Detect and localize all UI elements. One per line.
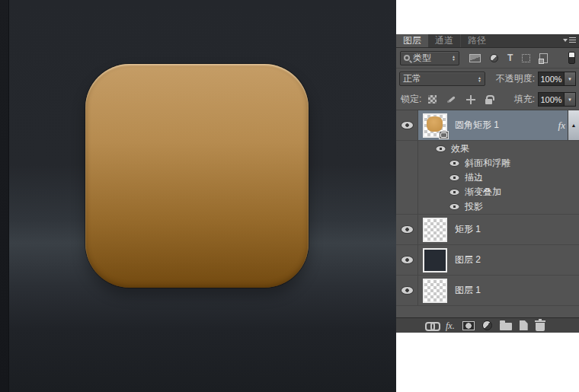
effects-block: 效果 斜面和浮雕 描边 [396,141,579,215]
lock-position-icon[interactable] [466,95,475,104]
filter-kind-icons: T [469,52,575,64]
visibility-cell [396,199,418,214]
filter-type-layers-icon[interactable]: T [507,54,513,62]
tab-channels[interactable]: 通道 [428,34,460,47]
layer-thumbnail[interactable] [423,248,447,272]
eye-icon[interactable] [401,257,413,263]
eye-icon[interactable] [437,145,446,151]
rounded-rectangle-shape[interactable] [85,64,309,288]
layer-row-rounded-rect-1[interactable]: 圆角矩形 1 fx [396,110,579,141]
layer-row-layer-2[interactable]: 图层 2 [396,245,579,276]
opacity-value-field[interactable]: 100% [538,72,565,86]
document-canvas[interactable] [0,0,396,392]
fx-badge[interactable]: fx [558,120,568,132]
tab-layers[interactable]: 图层 [396,34,428,47]
effect-label: 描边 [465,171,483,184]
eye-icon[interactable] [450,190,459,195]
effect-row-bevel-emboss[interactable]: 斜面和浮雕 [396,156,579,171]
new-adjustment-layer-icon[interactable] [482,320,492,330]
layer-name[interactable]: 矩形 1 [455,223,481,236]
pasteboard-edge [0,0,9,392]
eye-icon[interactable] [450,204,459,209]
collapse-effects-button[interactable] [568,110,579,140]
fill-label: 填充: [514,93,535,106]
opacity-label: 不透明度: [496,72,535,85]
lock-transparency-icon[interactable] [428,95,437,104]
effects-header-label: 效果 [451,142,469,155]
panel-menu-icon[interactable] [563,37,576,43]
layer-thumbnail[interactable] [423,279,447,303]
eye-icon[interactable] [401,287,413,294]
shape-thumbnail-blob [427,116,443,132]
filter-smart-objects-icon[interactable] [539,53,548,63]
layers-panel: 图层 通道 路径 类型 T [396,34,579,333]
lock-icons [428,94,492,104]
panel-tab-bar: 图层 通道 路径 [396,34,579,48]
visibility-cell [396,156,418,171]
search-icon [404,55,410,61]
tab-paths[interactable]: 路径 [460,34,493,47]
effect-label: 斜面和浮雕 [465,157,510,170]
visibility-cell[interactable] [396,245,418,275]
effect-label: 渐变叠加 [465,186,501,199]
filter-pixel-layers-icon[interactable] [469,54,481,62]
effect-row-gradient-overlay[interactable]: 渐变叠加 [396,185,579,199]
chevron-down-icon [563,39,568,42]
updown-arrows-icon [452,55,456,61]
blend-mode-row: 正常 不透明度: 100% [396,69,579,89]
add-layer-mask-icon[interactable] [462,321,475,330]
lock-all-icon[interactable] [485,99,492,104]
visibility-cell[interactable] [396,215,418,244]
layer-name[interactable]: 图层 1 [455,284,481,297]
eye-icon[interactable] [450,161,459,166]
filter-shape-layers-icon[interactable] [522,54,530,62]
layers-panel-toolbar: fx. [396,317,579,333]
visibility-cell [396,171,418,185]
fill-value-field[interactable]: 100% [538,92,565,107]
lock-pixels-brush-icon[interactable] [446,94,456,104]
layer-thumbnail[interactable] [423,113,447,138]
layer-style-fx-icon[interactable]: fx. [446,321,455,330]
hamburger-icon [569,37,576,43]
filter-adjustment-layers-icon[interactable] [490,54,498,62]
effects-header-row[interactable]: 效果 [396,141,579,156]
visibility-cell [396,185,418,199]
fill-dropdown-button[interactable] [565,92,576,107]
layer-list-empty-area [396,306,579,317]
eye-icon[interactable] [450,175,459,180]
opacity-dropdown-button[interactable] [565,72,576,86]
effect-row-drop-shadow[interactable]: 投影 [396,199,579,214]
layer-list: 圆角矩形 1 fx 效果 斜面和浮雕 [396,110,579,317]
lock-label: 锁定: [401,93,421,106]
layer-row-rect-1[interactable]: 矩形 1 [396,215,579,245]
filter-toggle-switch[interactable] [568,52,575,64]
delete-layer-icon[interactable] [536,323,545,331]
blend-mode-select[interactable]: 正常 [399,72,485,86]
photoshop-workspace: 图层 通道 路径 类型 T [0,0,579,392]
visibility-cell[interactable] [396,276,418,305]
updown-arrows-icon [478,76,481,82]
effect-row-stroke[interactable]: 描边 [396,171,579,185]
layer-thumbnail[interactable] [423,218,447,242]
link-layers-icon[interactable] [425,322,438,329]
new-layer-icon[interactable] [520,320,528,330]
filter-type-label: 类型 [413,52,431,65]
visibility-cell [396,141,418,156]
layer-filter-row: 类型 T [396,48,579,69]
layer-row-layer-1[interactable]: 图层 1 [396,276,579,306]
effect-label: 投影 [465,200,483,213]
layer-name[interactable]: 图层 2 [455,253,481,266]
layer-name[interactable]: 圆角矩形 1 [455,119,499,132]
new-group-icon[interactable] [500,323,512,330]
visibility-cell[interactable] [396,110,418,140]
eye-icon[interactable] [401,226,413,233]
lock-row: 锁定: 填充: 100% [396,89,579,110]
vector-mask-badge-icon [439,131,449,139]
blend-mode-value: 正常 [403,72,421,85]
eye-icon[interactable] [401,122,413,129]
filter-type-select[interactable]: 类型 [400,51,459,65]
